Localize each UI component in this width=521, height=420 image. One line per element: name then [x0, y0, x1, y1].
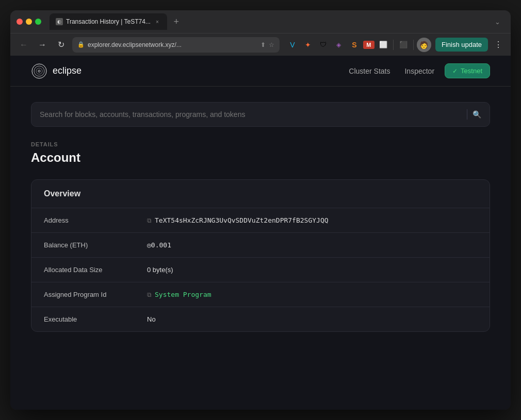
program-id-value-container: ⧉ System Program: [147, 291, 211, 298]
search-divider: [467, 109, 467, 120]
toolbar-divider-2: [413, 40, 414, 50]
nav-inspector[interactable]: Inspector: [404, 67, 434, 75]
profile-icon[interactable]: 🧑: [417, 38, 431, 52]
box-icon[interactable]: ⬜: [377, 38, 390, 52]
title-bar: ◐ Transaction History | TeST74... × + ⌄: [10, 10, 511, 33]
search-input[interactable]: [40, 110, 462, 119]
program-id-label: Assigned Program Id: [44, 291, 147, 298]
toolbar-extensions: V ✦ 🛡 ◈ S M ⬜ ⬛ 🧑: [286, 38, 431, 52]
tab-area: ◐ Transaction History | TeST74... × +: [50, 13, 486, 30]
eclipse-nav: eclipse Cluster Stats Inspector ✓ Testne…: [10, 56, 511, 87]
svg-point-1: [34, 66, 44, 76]
address-text: explorer.dev.eclipsenetwork.xyz/...: [88, 41, 257, 48]
address-value: TeXT54sHxZcRJNG3UvQvSDDVuZt2enDPR7fB2SGY…: [155, 216, 329, 224]
tab-title: Transaction History | TeST74...: [66, 18, 151, 25]
vimeo-icon[interactable]: V: [286, 38, 299, 52]
data-size-value: 0 byte(s): [147, 266, 173, 274]
address-bar[interactable]: 🔒 explorer.dev.eclipsenetwork.xyz/... ⬆ …: [72, 37, 280, 53]
program-id-row: Assigned Program Id ⧉ System Program: [31, 282, 490, 307]
overview-card: Overview Address ⧉ TeXT54sHxZcRJNG3UvQvS…: [31, 179, 490, 332]
address-value-container: ⧉ TeXT54sHxZcRJNG3UvQvSDDVuZt2enDPR7fB2S…: [147, 216, 329, 224]
refresh-button[interactable]: ↻: [54, 38, 68, 52]
toolbar: ← → ↻ 🔒 explorer.dev.eclipsenetwork.xyz/…: [10, 33, 511, 56]
svg-point-2: [36, 68, 42, 74]
balance-row: Balance (ETH) ◎0.001: [31, 233, 490, 258]
spark-icon[interactable]: ✦: [301, 38, 315, 52]
shield-red-icon[interactable]: 🛡: [317, 38, 330, 52]
overview-header: Overview: [31, 180, 490, 208]
more-options-button[interactable]: ⋮: [492, 39, 504, 51]
executable-row: Executable No: [31, 307, 490, 331]
section-label: DETAILS: [31, 141, 490, 147]
overview-title: Overview: [44, 189, 80, 198]
main-content: 🔍 DETAILS Account Overview Address ⧉ TeX…: [10, 87, 511, 410]
section-header: DETAILS Account: [31, 141, 490, 165]
minimize-window-btn[interactable]: [26, 19, 32, 25]
bookmark-icon[interactable]: ☆: [269, 41, 274, 48]
tab-close-btn[interactable]: ×: [154, 18, 161, 25]
data-size-value-container: 0 byte(s): [147, 266, 173, 274]
section-title: Account: [31, 150, 490, 165]
balance-label: Balance (ETH): [44, 241, 147, 249]
tab-favicon: ◐: [56, 18, 63, 25]
active-tab[interactable]: ◐ Transaction History | TeST74... ×: [50, 13, 167, 30]
window-icon[interactable]: ⬛: [397, 38, 410, 52]
nav-cluster-stats[interactable]: Cluster Stats: [349, 67, 390, 75]
balance-value-container: ◎0.001: [147, 241, 171, 249]
traffic-lights: [17, 19, 41, 25]
data-size-row: Allocated Data Size 0 byte(s): [31, 258, 490, 282]
address-label: Address: [44, 216, 147, 224]
new-tab-button[interactable]: +: [169, 14, 184, 29]
close-window-btn[interactable]: [17, 19, 23, 25]
back-button[interactable]: ←: [17, 38, 31, 52]
testnet-check-icon: ✓: [452, 68, 458, 75]
data-size-label: Allocated Data Size: [44, 266, 147, 274]
executable-label: Executable: [44, 315, 147, 323]
program-link[interactable]: System Program: [155, 291, 211, 298]
lock-icon: 🔒: [77, 41, 85, 48]
executable-value: No: [147, 315, 156, 323]
eclipse-logo-svg: [31, 63, 47, 79]
tab-menu-button[interactable]: ⌄: [490, 14, 504, 29]
eclipse-logo[interactable]: eclipse: [31, 63, 82, 79]
share-icon[interactable]: ⬆: [260, 41, 266, 48]
search-icon: 🔍: [473, 110, 481, 119]
maximize-window-btn[interactable]: [35, 19, 41, 25]
forward-button[interactable]: →: [35, 38, 50, 52]
browser-window: ◐ Transaction History | TeST74... × + ⌄ …: [10, 10, 511, 410]
page-content: eclipse Cluster Stats Inspector ✓ Testne…: [10, 56, 511, 410]
address-row: Address ⧉ TeXT54sHxZcRJNG3UvQvSDDVuZt2en…: [31, 208, 490, 233]
balance-value: ◎0.001: [147, 241, 171, 249]
search-bar[interactable]: 🔍: [31, 102, 490, 127]
address-copy-icon[interactable]: ⧉: [147, 217, 152, 224]
testnet-badge[interactable]: ✓ Testnet: [445, 63, 490, 78]
nav-links: Cluster Stats Inspector: [349, 67, 434, 75]
grape-icon[interactable]: ◈: [332, 38, 346, 52]
toolbar-divider: [393, 40, 394, 50]
finish-update-button[interactable]: Finish update: [435, 38, 488, 52]
svg-point-3: [38, 70, 40, 72]
mail-icon[interactable]: M: [363, 41, 375, 49]
flame-icon[interactable]: S: [348, 38, 361, 52]
testnet-label: Testnet: [461, 67, 482, 75]
program-id-copy-icon[interactable]: ⧉: [147, 291, 152, 298]
executable-value-container: No: [147, 315, 156, 323]
eclipse-logo-text: eclipse: [53, 65, 82, 76]
